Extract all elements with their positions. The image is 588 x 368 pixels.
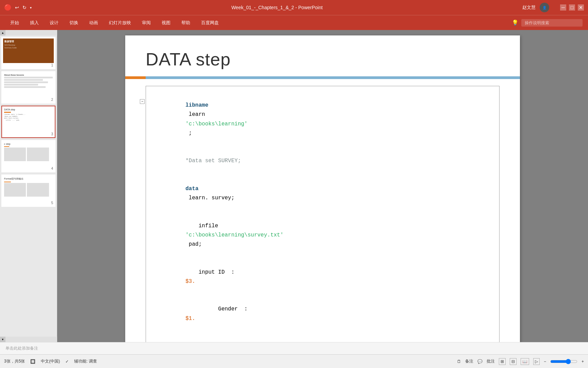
title-bar-left: 🔴 ↩ ↻ ▾ <box>4 4 32 11</box>
notes-label[interactable]: 备注 <box>465 358 473 364</box>
slide-count: 3张，共5张 <box>4 358 25 364</box>
code-line-6: Gender : $1. <box>153 295 492 333</box>
main-layout: ▲ 数据管理 SAS Boostrap Summary Guide 1 Ab <box>0 30 588 342</box>
title-bar-right: 赵文慧 👤 ─ □ ✕ <box>522 3 584 12</box>
quick-access-dropdown[interactable]: ▾ <box>30 6 32 10</box>
slide-thumb-2[interactable]: About these lessons 2 <box>1 71 55 104</box>
accent-orange <box>125 76 146 79</box>
status-right: 🗒 备注 💬 批注 ⊞ ⊟ 📖 ▷ − + <box>457 358 584 365</box>
code-line-3: data learn. survey; <box>153 175 492 212</box>
title-bar: 🔴 ↩ ↻ ▾ Week_01_-_Chapters_1_&_2 - Power… <box>0 0 588 15</box>
menu-animation[interactable]: 动画 <box>84 18 103 28</box>
notes-area: 单击此处添加备注 <box>0 342 588 354</box>
menu-insert[interactable]: 插入 <box>25 18 44 28</box>
slide-thumb-3[interactable]: DATA step libname learn 'c:\books... *Da… <box>1 106 55 138</box>
zoom-slider[interactable] <box>550 359 577 364</box>
code-line-7: Age <box>153 333 492 342</box>
slide-thumb-4[interactable]: c step 4 <box>1 140 55 172</box>
slide-title: DATA step <box>146 49 500 70</box>
quick-access-redo[interactable]: ↻ <box>22 5 27 10</box>
menu-baidu[interactable]: 百度网盘 <box>196 18 224 28</box>
menu-home[interactable]: 开始 <box>5 18 24 28</box>
code-line-1: libname learn 'c:\books\learning' ; <box>153 92 492 147</box>
normal-view-icon[interactable]: ⊞ <box>499 358 506 365</box>
slideshow-icon[interactable]: ▷ <box>533 358 540 365</box>
slide-thumb-1[interactable]: 数据管理 SAS Boostrap Summary Guide 1 <box>1 37 55 69</box>
user-name: 赵文慧 <box>522 4 536 11</box>
menu-view[interactable]: 视图 <box>157 18 175 28</box>
zoom-in-button[interactable]: + <box>582 359 584 364</box>
code-line-5: input ID : $3. <box>153 258 492 295</box>
notes-placeholder[interactable]: 单击此处添加备注 <box>5 346 38 351</box>
code-block: − libname learn 'c:\books\learning' ; *D… <box>146 86 500 342</box>
scroll-up-button[interactable]: ▲ <box>0 30 5 35</box>
lightbulb-icon: 💡 <box>512 19 519 26</box>
status-left: 3张，共5张 🔲 中文(中国) ✓ 辅功能: 调查 <box>4 358 97 364</box>
app-icon[interactable]: 🔴 <box>4 4 12 11</box>
language-indicator: 中文(中国) <box>41 358 60 364</box>
notes-icon[interactable]: 🗒 <box>457 359 461 364</box>
menu-search-area: 💡 <box>512 19 583 27</box>
slide-sorter-icon[interactable]: ⊟ <box>510 358 517 365</box>
slide-thumb-5[interactable]: Format语句和输出 5 <box>1 174 55 207</box>
user-avatar[interactable]: 👤 <box>540 3 549 12</box>
close-button[interactable]: ✕ <box>578 4 584 11</box>
code-line-2: *Data set SURVEY; <box>153 147 492 175</box>
menu-design[interactable]: 设计 <box>45 18 63 28</box>
menu-review[interactable]: 审阅 <box>137 18 156 28</box>
comments-label[interactable]: 批注 <box>487 358 495 364</box>
menu-transition[interactable]: 切换 <box>65 18 83 28</box>
slide-canvas: DATA step − libname learn 'c:\books\lear… <box>125 35 520 342</box>
accessibility-status: 辅功能: 调查 <box>74 358 97 364</box>
slide-count-icon: 🔲 <box>30 359 35 364</box>
window-controls: ─ □ ✕ <box>560 4 584 11</box>
accent-bar <box>125 76 520 79</box>
zoom-out-button[interactable]: − <box>544 359 546 364</box>
reading-view-icon[interactable]: 📖 <box>521 358 529 365</box>
window-title: Week_01_-_Chapters_1_&_2 - PowerPoint <box>231 5 323 10</box>
maximize-button[interactable]: □ <box>569 4 575 11</box>
code-line-4: infile 'c:\books\learning\survey.txt' pa… <box>153 212 492 258</box>
accent-blue <box>146 76 520 79</box>
menu-help[interactable]: 帮助 <box>177 18 195 28</box>
accessibility-icon: ✓ <box>65 359 69 364</box>
collapse-button[interactable]: − <box>140 99 145 104</box>
content-area: DATA step − libname learn 'c:\books\lear… <box>57 30 588 342</box>
comments-icon[interactable]: 💬 <box>477 359 483 364</box>
status-bar: 3张，共5张 🔲 中文(中国) ✓ 辅功能: 调查 🗒 备注 💬 批注 ⊞ ⊟ … <box>0 354 588 368</box>
slide-title-area: DATA step <box>125 35 520 76</box>
slide-panel: 数据管理 SAS Boostrap Summary Guide 1 About … <box>0 35 57 337</box>
scroll-down-button[interactable]: ▼ <box>0 337 5 342</box>
minimize-button[interactable]: ─ <box>560 4 566 11</box>
quick-access-undo[interactable]: ↩ <box>15 5 19 10</box>
search-input[interactable] <box>521 19 583 27</box>
menu-bar: 开始 插入 设计 切换 动画 幻灯片放映 审阅 视图 帮助 百度网盘 💡 <box>0 15 588 30</box>
menu-slideshow[interactable]: 幻灯片放映 <box>104 18 136 28</box>
